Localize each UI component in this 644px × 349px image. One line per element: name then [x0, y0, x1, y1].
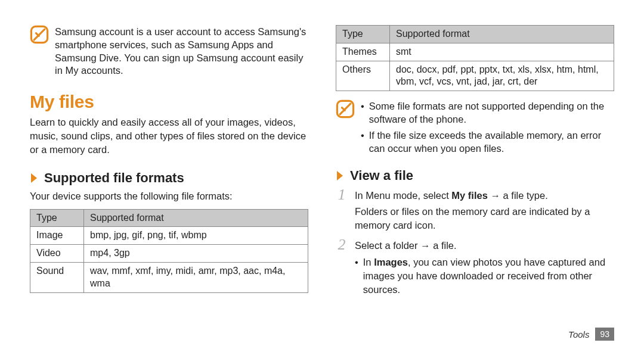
step-subbullet: • In Images, you can view photos you hav… — [355, 255, 614, 296]
cell-type: Image — [30, 227, 84, 245]
note-list: • Some file formats are not supported de… — [361, 99, 614, 157]
cell-type: Themes — [336, 43, 390, 61]
cell-type: Video — [30, 245, 84, 263]
subheading-view-file: View a file — [336, 168, 614, 183]
step-text-bold: My files — [451, 190, 488, 201]
footer-section: Tools — [568, 329, 589, 339]
col-format: Supported format — [84, 209, 308, 227]
table-header-row: Type Supported format — [336, 26, 614, 43]
step-number: 1 — [336, 187, 348, 232]
cell-format: smt — [390, 43, 614, 61]
cell-format: bmp, jpg, gif, png, tif, wbmp — [84, 227, 308, 245]
table-row: Video mp4, 3gp — [30, 245, 308, 263]
step-extra: Folders or files on the memory card are … — [355, 205, 614, 232]
step-text: Select a folder → a file. — [355, 240, 457, 251]
table-row: Themes smt — [336, 43, 614, 61]
col-type: Type — [336, 26, 390, 43]
step-sub-text: In Images, you can view photos you have … — [363, 255, 614, 296]
formats-table-2: Type Supported format Themes smt Others … — [336, 25, 614, 91]
cell-format: doc, docx, pdf, ppt, pptx, txt, xls, xls… — [390, 61, 614, 91]
table-row: Sound wav, mmf, xmf, imy, midi, amr, mp3… — [30, 263, 308, 293]
cell-type: Sound — [30, 263, 84, 293]
table-row: Others doc, docx, pdf, ppt, pptx, txt, x… — [336, 61, 614, 91]
cell-type: Others — [336, 61, 390, 91]
note-icon — [336, 99, 355, 119]
note-block: • Some file formats are not supported de… — [336, 99, 614, 157]
table-header-row: Type Supported format — [30, 209, 308, 227]
supported-subtext: Your device supports the following file … — [30, 189, 308, 202]
subheading-view-file-text: View a file — [350, 168, 413, 183]
formats-table-1: Type Supported format Image bmp, jpg, gi… — [30, 209, 308, 293]
step-number: 2 — [336, 237, 348, 297]
chevron-right-icon — [336, 170, 344, 182]
intro-text: Learn to quickly and easily access all o… — [30, 116, 308, 156]
step-text-post: → a file type. — [488, 190, 548, 201]
sub-bold: Images — [374, 257, 408, 267]
table-row: Image bmp, jpg, gif, png, tif, wbmp — [30, 227, 308, 245]
step-text-pre: In Menu mode, select — [355, 190, 451, 201]
note-text: Samsung account is a user account to acc… — [55, 25, 308, 77]
col-format: Supported format — [390, 26, 614, 43]
col-type: Type — [30, 209, 84, 227]
cell-format: mp4, 3gp — [84, 245, 308, 263]
step-content: In Menu mode, select My files → a file t… — [355, 187, 614, 232]
right-column: Type Supported format Themes smt Others … — [336, 25, 614, 349]
page-footer: Tools 93 — [568, 328, 614, 341]
note-item: • If the file size exceeds the available… — [361, 129, 614, 155]
note-item-text: If the file size exceeds the available m… — [369, 129, 614, 155]
note-item-text: Some file formats are not supported depe… — [369, 99, 614, 126]
subheading-supported-text: Supported file formats — [44, 170, 184, 186]
bullet-icon: • — [361, 129, 364, 155]
note-block: Samsung account is a user account to acc… — [30, 25, 308, 77]
steps-list: 1 In Menu mode, select My files → a file… — [336, 187, 614, 301]
sub-pre: In — [363, 257, 374, 267]
left-column: Samsung account is a user account to acc… — [30, 25, 308, 349]
note-item: • Some file formats are not supported de… — [361, 99, 614, 126]
manual-page: Samsung account is a user account to acc… — [0, 0, 644, 349]
bullet-icon: • — [361, 99, 364, 126]
note-icon — [30, 25, 49, 44]
bullet-icon: • — [355, 255, 358, 296]
cell-format: wav, mmf, xmf, imy, midi, amr, mp3, aac,… — [84, 263, 308, 293]
step-2: 2 Select a folder → a file. • In Images,… — [336, 237, 614, 297]
chevron-right-icon — [30, 172, 38, 184]
subheading-supported: Supported file formats — [30, 170, 308, 186]
heading-my-files: My files — [30, 92, 308, 112]
step-content: Select a folder → a file. • In Images, y… — [355, 237, 614, 297]
footer-page-number: 93 — [595, 328, 614, 341]
step-1: 1 In Menu mode, select My files → a file… — [336, 187, 614, 232]
